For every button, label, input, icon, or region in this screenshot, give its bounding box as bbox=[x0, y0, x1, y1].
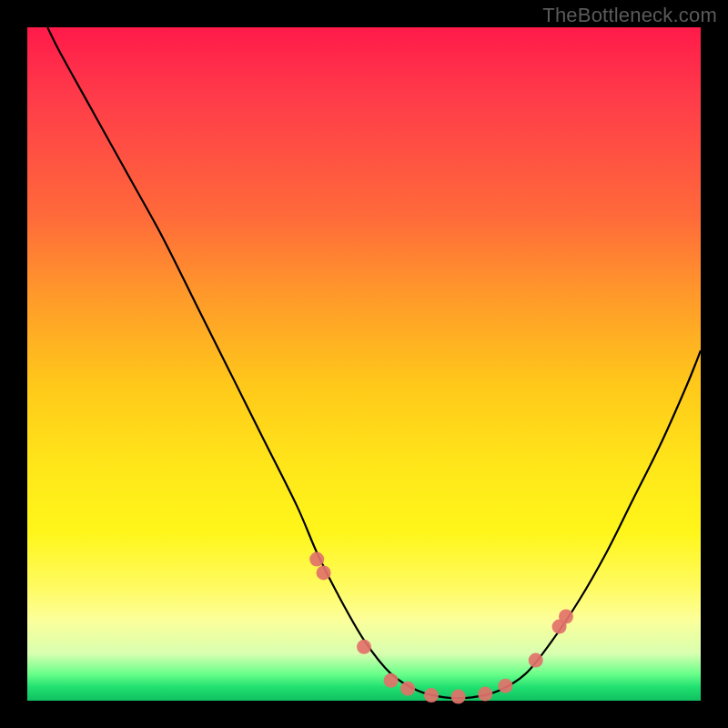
curve-marker bbox=[357, 640, 371, 654]
bottleneck-curve-svg bbox=[27, 27, 701, 701]
bottleneck-curve-path bbox=[47, 27, 701, 698]
curve-marker bbox=[478, 687, 492, 702]
curve-marker bbox=[529, 653, 543, 668]
curve-marker bbox=[559, 610, 573, 624]
curve-marker bbox=[451, 690, 466, 704]
curve-marker bbox=[498, 679, 512, 693]
attribution-text: TheBottleneck.com bbox=[542, 4, 717, 27]
page-frame: TheBottleneck.com bbox=[0, 0, 728, 728]
curve-marker bbox=[384, 673, 399, 688]
curve-marker bbox=[309, 552, 324, 567]
curve-marker bbox=[317, 565, 331, 580]
curve-marker bbox=[424, 688, 439, 703]
curve-marker bbox=[400, 682, 415, 696]
marker-group bbox=[309, 552, 573, 704]
